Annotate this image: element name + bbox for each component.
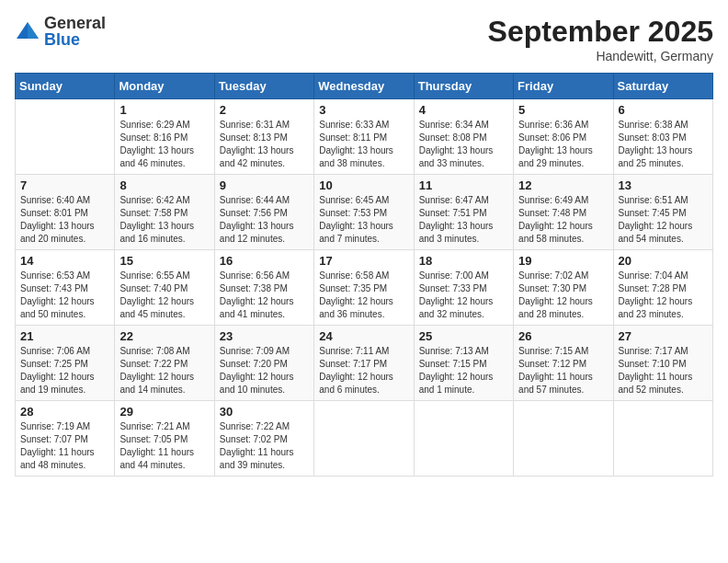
day-header-friday: Friday (514, 74, 613, 99)
calendar-table: SundayMondayTuesdayWednesdayThursdayFrid… (15, 73, 713, 477)
day-number: 8 (119, 178, 209, 192)
calendar-cell: 28Sunrise: 7:19 AM Sunset: 7:07 PM Dayli… (16, 401, 115, 477)
day-number: 26 (518, 329, 608, 343)
calendar-cell: 16Sunrise: 6:56 AM Sunset: 7:38 PM Dayli… (214, 250, 313, 326)
day-info: Sunrise: 7:15 AM Sunset: 7:12 PM Dayligh… (518, 345, 608, 396)
day-info: Sunrise: 6:42 AM Sunset: 7:58 PM Dayligh… (119, 194, 209, 246)
calendar-cell: 29Sunrise: 7:21 AM Sunset: 7:05 PM Dayli… (115, 401, 214, 477)
calendar-cell: 19Sunrise: 7:02 AM Sunset: 7:30 PM Dayli… (514, 250, 613, 326)
day-info: Sunrise: 6:34 AM Sunset: 8:08 PM Dayligh… (419, 119, 508, 170)
calendar-cell: 9Sunrise: 6:44 AM Sunset: 7:56 PM Daylig… (214, 175, 313, 250)
day-number: 22 (119, 329, 209, 343)
day-number: 7 (20, 178, 109, 192)
month-title: September 2025 (488, 15, 713, 49)
calendar-cell: 3Sunrise: 6:33 AM Sunset: 8:11 PM Daylig… (314, 99, 414, 175)
day-info: Sunrise: 7:11 AM Sunset: 7:17 PM Dayligh… (319, 345, 408, 396)
calendar-cell: 7Sunrise: 6:40 AM Sunset: 8:01 PM Daylig… (16, 175, 115, 250)
day-number: 10 (319, 178, 408, 192)
calendar-cell: 10Sunrise: 6:45 AM Sunset: 7:53 PM Dayli… (314, 175, 414, 250)
day-number: 11 (419, 178, 508, 192)
svg-marker-1 (28, 22, 39, 39)
day-number: 23 (220, 329, 309, 343)
day-number: 20 (619, 254, 708, 268)
logo-general: General (44, 15, 106, 31)
day-number: 17 (319, 254, 408, 268)
day-info: Sunrise: 7:00 AM Sunset: 7:33 PM Dayligh… (419, 270, 508, 321)
calendar-cell: 2Sunrise: 6:31 AM Sunset: 8:13 PM Daylig… (214, 99, 313, 175)
day-info: Sunrise: 6:56 AM Sunset: 7:38 PM Dayligh… (220, 270, 309, 321)
calendar-cell (16, 99, 115, 175)
calendar-cell: 5Sunrise: 6:36 AM Sunset: 8:06 PM Daylig… (514, 99, 613, 175)
calendar-week-row: 1Sunrise: 6:29 AM Sunset: 8:16 PM Daylig… (16, 99, 713, 175)
calendar-cell: 14Sunrise: 6:53 AM Sunset: 7:43 PM Dayli… (16, 250, 115, 326)
day-number: 16 (220, 254, 309, 268)
calendar-cell: 17Sunrise: 6:58 AM Sunset: 7:35 PM Dayli… (314, 250, 414, 326)
day-info: Sunrise: 6:55 AM Sunset: 7:40 PM Dayligh… (119, 270, 209, 321)
day-number: 18 (419, 254, 508, 268)
logo: General Blue (15, 15, 106, 48)
day-info: Sunrise: 7:13 AM Sunset: 7:15 PM Dayligh… (419, 345, 508, 396)
calendar-cell: 26Sunrise: 7:15 AM Sunset: 7:12 PM Dayli… (514, 326, 613, 401)
day-info: Sunrise: 6:45 AM Sunset: 7:53 PM Dayligh… (319, 194, 408, 246)
calendar-cell: 27Sunrise: 7:17 AM Sunset: 7:10 PM Dayli… (613, 326, 712, 401)
page-header: General Blue September 2025 Handewitt, G… (15, 15, 713, 63)
day-info: Sunrise: 7:21 AM Sunset: 7:05 PM Dayligh… (119, 420, 209, 472)
location: Handewitt, Germany (488, 49, 713, 63)
day-number: 25 (419, 329, 508, 343)
day-number: 24 (319, 329, 408, 343)
calendar-week-row: 7Sunrise: 6:40 AM Sunset: 8:01 PM Daylig… (16, 175, 713, 250)
day-number: 30 (220, 405, 309, 419)
day-number: 29 (119, 405, 209, 419)
day-header-wednesday: Wednesday (314, 74, 414, 99)
day-number: 21 (20, 329, 109, 343)
day-number: 14 (20, 254, 109, 268)
logo-text: General Blue (44, 15, 106, 48)
logo-icon (15, 18, 40, 44)
day-info: Sunrise: 6:33 AM Sunset: 8:11 PM Dayligh… (319, 119, 408, 170)
day-header-monday: Monday (115, 74, 214, 99)
calendar-week-row: 14Sunrise: 6:53 AM Sunset: 7:43 PM Dayli… (16, 250, 713, 326)
calendar-week-row: 28Sunrise: 7:19 AM Sunset: 7:07 PM Dayli… (16, 401, 713, 477)
day-info: Sunrise: 7:09 AM Sunset: 7:20 PM Dayligh… (220, 345, 309, 396)
calendar-cell (514, 401, 613, 477)
day-info: Sunrise: 6:49 AM Sunset: 7:48 PM Dayligh… (518, 194, 608, 246)
calendar-cell: 15Sunrise: 6:55 AM Sunset: 7:40 PM Dayli… (115, 250, 214, 326)
day-info: Sunrise: 6:40 AM Sunset: 8:01 PM Dayligh… (20, 194, 109, 246)
calendar-header-row: SundayMondayTuesdayWednesdayThursdayFrid… (16, 74, 713, 99)
day-number: 6 (619, 103, 708, 117)
calendar-cell: 24Sunrise: 7:11 AM Sunset: 7:17 PM Dayli… (314, 326, 414, 401)
day-info: Sunrise: 6:58 AM Sunset: 7:35 PM Dayligh… (319, 270, 408, 321)
day-header-sunday: Sunday (16, 74, 115, 99)
calendar-cell: 20Sunrise: 7:04 AM Sunset: 7:28 PM Dayli… (613, 250, 712, 326)
day-info: Sunrise: 7:02 AM Sunset: 7:30 PM Dayligh… (518, 270, 608, 321)
day-number: 13 (619, 178, 708, 192)
day-info: Sunrise: 7:17 AM Sunset: 7:10 PM Dayligh… (619, 345, 708, 396)
title-block: September 2025 Handewitt, Germany (488, 15, 713, 63)
day-number: 15 (119, 254, 209, 268)
calendar-cell: 13Sunrise: 6:51 AM Sunset: 7:45 PM Dayli… (613, 175, 712, 250)
day-number: 5 (518, 103, 608, 117)
calendar-cell (414, 401, 513, 477)
day-info: Sunrise: 6:38 AM Sunset: 8:03 PM Dayligh… (619, 119, 708, 170)
day-header-tuesday: Tuesday (214, 74, 313, 99)
day-header-thursday: Thursday (414, 74, 513, 99)
day-header-saturday: Saturday (613, 74, 712, 99)
day-number: 1 (119, 103, 209, 117)
calendar-cell: 18Sunrise: 7:00 AM Sunset: 7:33 PM Dayli… (414, 250, 513, 326)
day-number: 19 (518, 254, 608, 268)
calendar-cell: 12Sunrise: 6:49 AM Sunset: 7:48 PM Dayli… (514, 175, 613, 250)
day-number: 27 (619, 329, 708, 343)
logo-blue: Blue (44, 31, 106, 48)
day-number: 9 (220, 178, 309, 192)
day-number: 4 (419, 103, 508, 117)
day-info: Sunrise: 7:04 AM Sunset: 7:28 PM Dayligh… (619, 270, 708, 321)
day-info: Sunrise: 7:08 AM Sunset: 7:22 PM Dayligh… (119, 345, 209, 396)
day-info: Sunrise: 7:22 AM Sunset: 7:02 PM Dayligh… (220, 420, 309, 472)
calendar-week-row: 21Sunrise: 7:06 AM Sunset: 7:25 PM Dayli… (16, 326, 713, 401)
day-info: Sunrise: 7:06 AM Sunset: 7:25 PM Dayligh… (20, 345, 109, 396)
calendar-cell: 25Sunrise: 7:13 AM Sunset: 7:15 PM Dayli… (414, 326, 513, 401)
day-number: 12 (518, 178, 608, 192)
calendar-cell: 22Sunrise: 7:08 AM Sunset: 7:22 PM Dayli… (115, 326, 214, 401)
day-number: 2 (220, 103, 309, 117)
day-info: Sunrise: 6:53 AM Sunset: 7:43 PM Dayligh… (20, 270, 109, 321)
